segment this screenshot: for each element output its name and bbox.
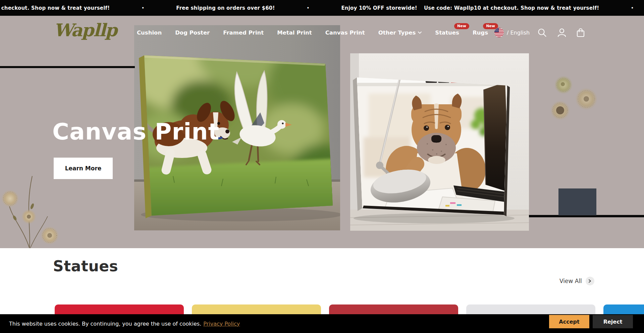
separator-dot: • [631,6,634,10]
dried-plant-decoration [0,168,70,248]
canvas-bulldog-illustration [350,53,529,231]
separator-dot: • [142,6,144,10]
announcement-item: Enjoy 10% OFF storewide! [341,5,417,11]
nav-item-dog-poster[interactable]: Dog Poster [175,30,210,36]
announcement-item: Use code: Wapllp10 at checkout. Shop now… [424,5,599,11]
nav-label: Rugs [473,30,488,36]
nav-label: Canvas Print [325,30,365,36]
account-icon [557,28,567,37]
learn-more-button[interactable]: Learn More [54,158,113,179]
decorative-line-left [0,66,135,68]
announcement-bar: Use code: Wapllp10 at checkout. Shop now… [0,0,644,16]
chevron-down-icon [418,32,422,34]
search-icon [537,28,547,37]
nav-item-statues[interactable]: Statues New [435,30,459,36]
section-title-statues: Statues [53,258,118,275]
us-flag-icon [494,28,504,37]
main-nav: Cushion Dog Poster Framed Print Metal Pr… [137,16,488,49]
nav-label: Dog Poster [175,30,210,36]
cookie-banner: This website uses cookies. By continuing… [0,314,644,333]
language-selector[interactable]: / English [494,16,530,49]
nav-item-other-types[interactable]: Other Types [378,30,422,36]
cart-button[interactable] [576,28,586,38]
decorative-line-right [529,215,644,217]
privacy-policy-link[interactable]: Privacy Policy [203,321,240,327]
nav-item-canvas-print[interactable]: Canvas Print [325,30,365,36]
reject-cookies-button[interactable]: Reject [593,315,633,328]
nav-label: Metal Print [277,30,312,36]
nav-item-metal-print[interactable]: Metal Print [277,30,312,36]
announcement-group: Use code: Wapllp10 at checkout. Shop now… [0,5,417,11]
announcement-group: Use code: Wapllp10 at checkout. Shop now… [424,5,644,11]
hero-image-canvas-bulldog[interactable] [350,53,529,231]
nav-label: Cushion [137,30,162,36]
language-label: / English [507,30,530,36]
site-header: Wapllp Cushion Dog Poster Framed Print M… [0,16,644,49]
account-button[interactable] [557,28,567,38]
nav-label: Framed Print [223,30,264,36]
view-all-link[interactable]: View All [559,276,594,286]
dried-flowers-decoration [543,69,604,124]
separator-dot: • [307,6,310,10]
cart-icon [576,28,585,37]
nav-item-cushion[interactable]: Cushion [137,30,162,36]
nav-item-framed-print[interactable]: Framed Print [223,30,264,36]
nav-label: Other Types [378,30,416,36]
search-button[interactable] [537,28,547,38]
nav-label: Statues [435,30,459,36]
logo[interactable]: Wapllp [54,20,117,40]
decorative-dark-rect [558,188,596,215]
view-all-label: View All [559,278,582,284]
nav-item-rugs[interactable]: Rugs New [473,30,488,36]
new-badge: New [454,23,469,29]
chevron-right-icon [586,277,594,285]
announcement-ticker: Use code: Wapllp10 at checkout. Shop now… [0,0,644,16]
announcement-item: Free shipping on orders over $60! [176,5,275,11]
cookie-message: This website uses cookies. By continuing… [9,321,201,327]
accept-cookies-button[interactable]: Accept [549,315,589,328]
announcement-item: Use code: Wapllp10 at checkout. Shop now… [0,5,110,11]
hero-title: Canvas Print [52,118,219,145]
